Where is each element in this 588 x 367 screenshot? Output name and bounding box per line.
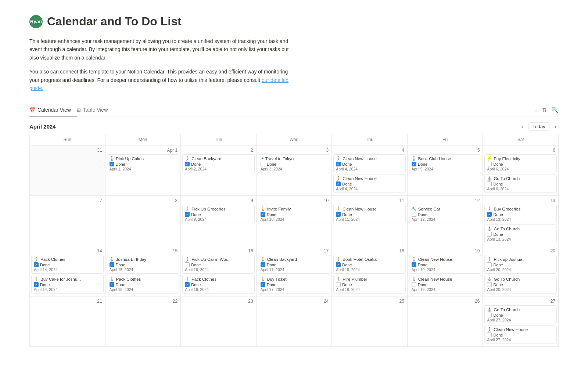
event-status: ✓Done	[185, 212, 252, 217]
event-card[interactable]: 🚶Clean New House✓DoneApril 11, 2024	[333, 205, 406, 223]
calendar-cell-3-3: 24	[256, 296, 332, 347]
event-title: 🚶Pick Up Car in Wor...	[185, 257, 252, 262]
event-done-label: Done	[191, 283, 201, 287]
event-done-label: Done	[342, 263, 352, 267]
event-title-text: Pick Up Cakes	[116, 156, 144, 161]
event-title: 🚶Invite Family	[261, 206, 328, 211]
event-card[interactable]: 🚶Pack Clothes✓DoneApril 15, 2024	[107, 275, 179, 294]
event-card[interactable]: ⛪Go To ChurchDoneApril 6, 2024	[484, 174, 557, 193]
tab-table-view[interactable]: ⊞ Table View	[77, 104, 114, 116]
event-done-label: Done	[267, 283, 276, 287]
event-icon: 🚶	[185, 257, 190, 262]
event-card[interactable]: 🚶Pack Clothes✓DoneApril 14, 2024	[31, 255, 104, 274]
event-date: April 15, 2024	[110, 287, 177, 292]
event-card[interactable]: ✈Travel to TokyoDoneApril 3, 2024	[258, 154, 330, 173]
event-checkbox[interactable]: ✓	[34, 262, 39, 267]
event-title: 🔧Service Car	[412, 206, 479, 211]
event-checkbox[interactable]	[261, 162, 265, 166]
event-checkbox[interactable]	[185, 262, 190, 267]
day-number: 14	[31, 248, 104, 255]
event-card[interactable]: 🚶Pick Up Groceries✓DoneApril 9, 2024	[182, 205, 255, 223]
event-checkbox[interactable]: ✓	[487, 212, 492, 217]
event-date: April 18, 2024	[336, 267, 403, 272]
event-checkbox[interactable]	[487, 313, 492, 317]
event-status: ✓Done	[185, 162, 252, 166]
event-icon: 🚶	[412, 257, 417, 262]
event-checkbox[interactable]: ✓	[261, 262, 265, 267]
event-icon: 🚶	[336, 277, 341, 281]
event-checkbox[interactable]: ✓	[336, 212, 341, 217]
event-card[interactable]: 🚶Clean New House✓DoneApril 4, 2024	[333, 174, 406, 193]
event-title: ✈Travel to Tokyo	[261, 156, 328, 161]
event-card[interactable]: 🚶Buy Ticket✓DoneApril 17, 2024	[258, 275, 330, 294]
event-checkbox[interactable]	[412, 212, 416, 217]
event-checkbox[interactable]: ✓	[110, 162, 114, 166]
event-card[interactable]: 🚶Clean New House✓DoneApril 4, 2024	[333, 154, 406, 173]
event-card[interactable]: 🚶Pack Clothes✓DoneApril 16, 2024	[182, 275, 255, 294]
event-card[interactable]: 🔧Service CarDoneApril 12, 2024	[409, 205, 481, 223]
event-checkbox[interactable]: ✓	[336, 162, 341, 166]
event-checkbox[interactable]	[487, 162, 492, 166]
event-card[interactable]: 🚶Clean Backyard✓DoneApril 2, 2024	[182, 154, 255, 173]
event-card[interactable]: 🚶Buy Cake for Joshu...✓DoneApril 14, 202…	[31, 275, 104, 294]
event-card[interactable]: ⛪Go To ChurchDoneApril 27, 2024	[484, 305, 557, 324]
filter-icon[interactable]: ≡	[534, 107, 538, 114]
calendar-cell-1-5: 12🔧Service CarDoneApril 12, 2024	[407, 196, 483, 246]
event-checkbox[interactable]: ✓	[185, 282, 190, 287]
calendar-cell-3-6: 27⛪Go To ChurchDoneApril 27, 2024🚶Clean …	[483, 296, 559, 347]
event-card[interactable]: 🚶Clean New HouseDoneApril 27, 2024	[484, 325, 557, 344]
event-checkbox[interactable]	[487, 332, 492, 337]
event-card[interactable]: 🚶Clean Backyard✓DoneApril 17, 2024	[258, 255, 330, 274]
event-status: ✓Done	[34, 282, 101, 287]
event-title: 🚶Pick up Joshua	[487, 257, 554, 262]
day-number: 2	[182, 147, 255, 154]
event-card[interactable]: 🚶Joshua Birthday✓DoneApril 15, 2024	[107, 255, 179, 274]
event-checkbox[interactable]: ✓	[412, 262, 416, 267]
event-checkbox[interactable]: ✓	[412, 162, 416, 166]
event-checkbox[interactable]: ✓	[336, 262, 341, 267]
event-card[interactable]: ⛪Go To ChurchDoneApril 13, 2024	[484, 224, 557, 243]
nav-controls: ‹ Today ›	[519, 122, 559, 131]
event-checkbox[interactable]: ✓	[185, 212, 190, 217]
search-icon[interactable]: 🔍	[551, 107, 559, 114]
calendar-table: Sun Mon Tue Wed Thu Fri Sat 31Apr 1🚶Pick…	[29, 134, 559, 347]
event-checkbox[interactable]	[412, 282, 416, 287]
event-checkbox[interactable]: ✓	[110, 282, 114, 287]
event-card[interactable]: 🚶Pick Up Cakes✓DoneApril 1, 2024	[107, 154, 179, 173]
sort-icon[interactable]: ⇅	[542, 107, 547, 114]
prev-button[interactable]: ‹	[519, 123, 526, 131]
day-number: 11	[333, 197, 406, 205]
event-card[interactable]: 🚶Clean New HouseDoneApril 19, 2024	[409, 275, 481, 294]
event-checkbox[interactable]: ✓	[261, 212, 265, 217]
event-card[interactable]: ⚡Pay ElectricityDoneApril 6, 2024	[484, 154, 557, 173]
event-checkbox[interactable]	[487, 262, 492, 267]
calendar-cell-1-6: 13🚶Buy Groceries✓DoneApril 13, 2024⛪Go T…	[483, 196, 559, 246]
event-card[interactable]: 🚶Book Hotel Osaka✓DoneApril 18, 2024	[333, 255, 406, 274]
event-checkbox[interactable]: ✓	[336, 181, 341, 186]
event-checkbox[interactable]: ✓	[34, 282, 39, 287]
event-title: ⛪Go To Church	[487, 307, 554, 312]
event-card[interactable]: 🚶Hire PlumberDoneApril 18, 2024	[333, 275, 406, 294]
tab-calendar-view[interactable]: 📅 Calendar View	[29, 104, 77, 116]
event-checkbox[interactable]: ✓	[110, 262, 114, 267]
event-checkbox[interactable]: ✓	[261, 282, 265, 287]
event-card[interactable]: ⛪Go To ChurchDoneApril 20, 2024	[484, 275, 557, 294]
event-card[interactable]: 🚶Invite Family✓DoneApril 10, 2024	[258, 205, 330, 223]
event-card[interactable]: 🚶Book Club House✓DoneApril 5, 2024	[409, 154, 481, 173]
table-tab-icon: ⊞	[77, 107, 81, 113]
event-checkbox[interactable]	[336, 282, 341, 287]
event-checkbox[interactable]	[487, 282, 492, 287]
event-checkbox[interactable]	[487, 181, 492, 186]
event-done-label: Done	[342, 162, 352, 166]
event-checkbox[interactable]: ✓	[185, 162, 190, 166]
event-status: Done	[487, 313, 554, 317]
event-card[interactable]: 🚶Clean New House✓DoneApril 19, 2024	[409, 255, 481, 274]
event-card[interactable]: 🚶Buy Groceries✓DoneApril 13, 2024	[484, 205, 557, 223]
next-button[interactable]: ›	[552, 123, 559, 131]
event-checkbox[interactable]	[487, 232, 492, 237]
event-date: April 15, 2024	[110, 267, 177, 272]
event-card[interactable]: 🚶Pick up JoshuaDoneApril 20, 2024	[484, 255, 557, 274]
col-tue: Tue	[181, 134, 257, 145]
today-button[interactable]: Today	[528, 122, 549, 131]
event-card[interactable]: 🚶Pick Up Car in Wor...DoneApril 16, 2024	[182, 255, 255, 274]
